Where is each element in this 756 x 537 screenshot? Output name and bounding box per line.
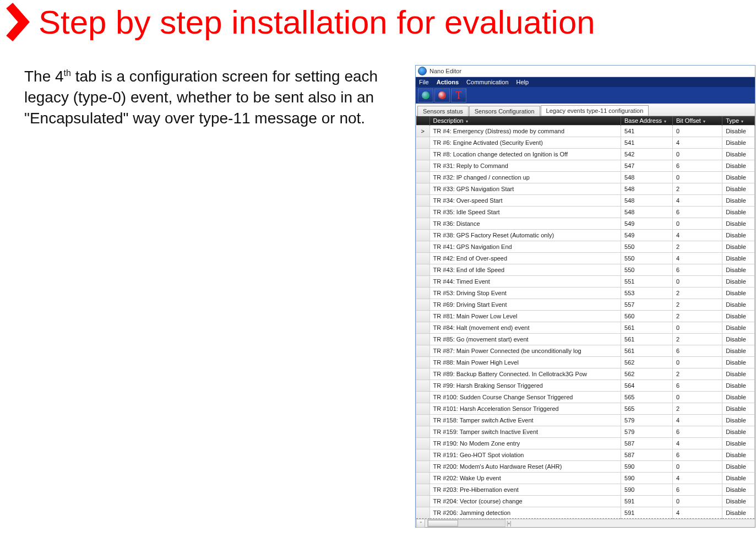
menu-actions[interactable]: Actions <box>437 79 459 85</box>
row-selector[interactable]: > <box>416 126 430 129</box>
cell-bit[interactable]: 0 <box>672 126 722 129</box>
table-row[interactable]: >TR #4: Emergency (Distress) mode by com… <box>416 126 755 129</box>
filter-icon[interactable]: ▾ <box>741 119 743 124</box>
tab-sensors-status[interactable]: Sensors status <box>417 106 469 116</box>
nano-editor-window: Nano Editor FileActionsCommunicationHelp… <box>415 65 755 128</box>
col-type[interactable]: Type▾ <box>722 116 755 126</box>
toolbar-button-text[interactable]: T <box>451 88 466 102</box>
toolbar-button-2[interactable] <box>434 88 450 102</box>
events-grid: Description▾ Base Address▾ Bit Offset▾ T… <box>416 116 755 128</box>
menu-file[interactable]: File <box>419 79 429 85</box>
tab-legacy-events-type-11-configuration[interactable]: Legacy events type-11 configuration <box>541 105 649 116</box>
cell-base[interactable]: 541 <box>621 126 673 129</box>
intro-paragraph: The 4th tab is a configuration screen fo… <box>24 66 399 128</box>
app-icon <box>418 67 427 75</box>
tab-bar: Sensors statusSensors ConfigurationLegac… <box>416 104 755 116</box>
col-description[interactable]: Description▾ <box>429 116 621 126</box>
col-base-address[interactable]: Base Address▾ <box>621 116 673 126</box>
window-title: Nano Editor <box>429 68 461 74</box>
window-titlebar[interactable]: Nano Editor <box>416 66 755 77</box>
toolbar: T <box>416 87 755 104</box>
menu-help[interactable]: Help <box>516 79 529 85</box>
cell-type[interactable]: Disable <box>722 126 755 129</box>
filter-icon[interactable]: ▾ <box>664 119 666 124</box>
col-bit-offset[interactable]: Bit Offset▾ <box>672 116 722 126</box>
menu-communication[interactable]: Communication <box>466 79 508 85</box>
tab-sensors-configuration[interactable]: Sensors Configuration <box>469 106 540 116</box>
filter-icon[interactable]: ▾ <box>466 119 468 124</box>
row-header-corner <box>416 116 430 126</box>
filter-icon[interactable]: ▾ <box>703 119 705 124</box>
title-chevron-icon <box>3 0 34 44</box>
toolbar-button-1[interactable] <box>418 88 433 102</box>
menubar: FileActionsCommunicationHelp <box>416 77 755 87</box>
cell-desc[interactable]: TR #4: Emergency (Distress) mode by comm… <box>429 126 621 129</box>
page-title: Step by step installation for evaluation <box>39 3 595 41</box>
